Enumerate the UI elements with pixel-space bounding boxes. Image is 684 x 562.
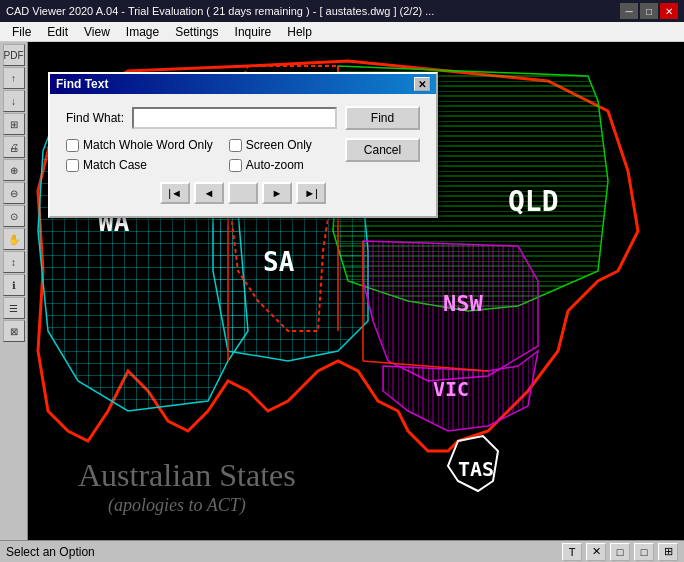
- statusbar-icons: T ✕ □ □ ⊞: [562, 543, 678, 561]
- tool-pan[interactable]: ✋: [3, 228, 25, 250]
- main-area: PDF ↑ ↓ ⊞ 🖨 ⊕ ⊖ ⊙ ✋ ↕ ℹ ☰ ⊠: [0, 42, 684, 540]
- window-title: CAD Viewer 2020 A.04 - Trial Evaluation …: [6, 5, 620, 17]
- menu-help[interactable]: Help: [279, 23, 320, 41]
- tool-down[interactable]: ↓: [3, 90, 25, 112]
- svg-text:NSW: NSW: [443, 291, 483, 316]
- dialog-titlebar: Find Text ✕: [50, 74, 436, 94]
- svg-text:(apologies to ACT): (apologies to ACT): [108, 495, 246, 516]
- match-case-checkbox[interactable]: [66, 159, 79, 172]
- find-text-dialog: Find Text ✕ Find What: Find: [48, 72, 438, 218]
- menu-edit[interactable]: Edit: [39, 23, 76, 41]
- menu-settings[interactable]: Settings: [167, 23, 226, 41]
- maximize-button[interactable]: □: [640, 3, 658, 19]
- tool-zoom-in[interactable]: ⊕: [3, 159, 25, 181]
- match-whole-word-option: Match Whole Word Only: [66, 138, 213, 152]
- svg-text:TAS: TAS: [458, 457, 494, 481]
- screen-only-checkbox[interactable]: [229, 139, 242, 152]
- menu-file[interactable]: File: [4, 23, 39, 41]
- nav-first-button[interactable]: |◄: [160, 182, 190, 204]
- checkbox-column-right: Screen Only Auto-zoom: [229, 138, 312, 172]
- cad-canvas: QLD WA SA NSW VIC TAS Australian States …: [28, 42, 684, 540]
- svg-text:SA: SA: [263, 247, 295, 277]
- svg-text:VIC: VIC: [433, 377, 469, 401]
- auto-zoom-label: Auto-zoom: [246, 158, 304, 172]
- match-case-label: Match Case: [83, 158, 147, 172]
- nav-prev-button[interactable]: ◄: [194, 182, 224, 204]
- auto-zoom-option: Auto-zoom: [229, 158, 312, 172]
- tool-info[interactable]: ℹ: [3, 274, 25, 296]
- tool-print[interactable]: 🖨: [3, 136, 25, 158]
- nav-separator: [228, 182, 258, 204]
- close-button[interactable]: ✕: [660, 3, 678, 19]
- status-icon-text[interactable]: T: [562, 543, 582, 561]
- status-icon-grid[interactable]: ⊞: [658, 543, 678, 561]
- dialog-title: Find Text: [56, 77, 108, 91]
- find-what-row: Find What: Find: [66, 106, 420, 130]
- status-icon-window1[interactable]: □: [610, 543, 630, 561]
- tool-pdf[interactable]: PDF: [3, 44, 25, 66]
- tool-fit[interactable]: ⊙: [3, 205, 25, 227]
- menubar: File Edit View Image Settings Inquire He…: [0, 22, 684, 42]
- find-what-input[interactable]: [132, 107, 337, 129]
- cancel-button[interactable]: Cancel: [345, 138, 420, 162]
- status-icon-close[interactable]: ✕: [586, 543, 606, 561]
- tool-grid[interactable]: ⊞: [3, 113, 25, 135]
- window-controls: ─ □ ✕: [620, 3, 678, 19]
- dialog-body: Find What: Find Match Whole Word Only: [50, 94, 436, 216]
- dialog-close-button[interactable]: ✕: [414, 77, 430, 91]
- match-whole-word-checkbox[interactable]: [66, 139, 79, 152]
- tool-layers[interactable]: ☰: [3, 297, 25, 319]
- titlebar: CAD Viewer 2020 A.04 - Trial Evaluation …: [0, 0, 684, 22]
- tool-measure[interactable]: ↕: [3, 251, 25, 273]
- menu-inquire[interactable]: Inquire: [227, 23, 280, 41]
- left-toolbar: PDF ↑ ↓ ⊞ 🖨 ⊕ ⊖ ⊙ ✋ ↕ ℹ ☰ ⊠: [0, 42, 28, 540]
- find-what-label: Find What:: [66, 111, 124, 125]
- nav-last-button[interactable]: ►|: [296, 182, 326, 204]
- auto-zoom-checkbox[interactable]: [229, 159, 242, 172]
- match-whole-word-label: Match Whole Word Only: [83, 138, 213, 152]
- match-case-option: Match Case: [66, 158, 213, 172]
- screen-only-option: Screen Only: [229, 138, 312, 152]
- status-icon-window2[interactable]: □: [634, 543, 654, 561]
- menu-image[interactable]: Image: [118, 23, 167, 41]
- find-button[interactable]: Find: [345, 106, 420, 130]
- svg-text:Australian States: Australian States: [78, 457, 296, 493]
- menu-view[interactable]: View: [76, 23, 118, 41]
- tool-bookmark[interactable]: ⊠: [3, 320, 25, 342]
- nav-next-button[interactable]: ►: [262, 182, 292, 204]
- minimize-button[interactable]: ─: [620, 3, 638, 19]
- svg-text:QLD: QLD: [508, 185, 559, 218]
- navigation-row: |◄ ◄ ► ►|: [66, 182, 420, 204]
- status-text: Select an Option: [6, 545, 95, 559]
- checkbox-column-left: Match Whole Word Only Match Case: [66, 138, 213, 172]
- tool-up[interactable]: ↑: [3, 67, 25, 89]
- tool-zoom-out[interactable]: ⊖: [3, 182, 25, 204]
- screen-only-label: Screen Only: [246, 138, 312, 152]
- statusbar: Select an Option T ✕ □ □ ⊞: [0, 540, 684, 562]
